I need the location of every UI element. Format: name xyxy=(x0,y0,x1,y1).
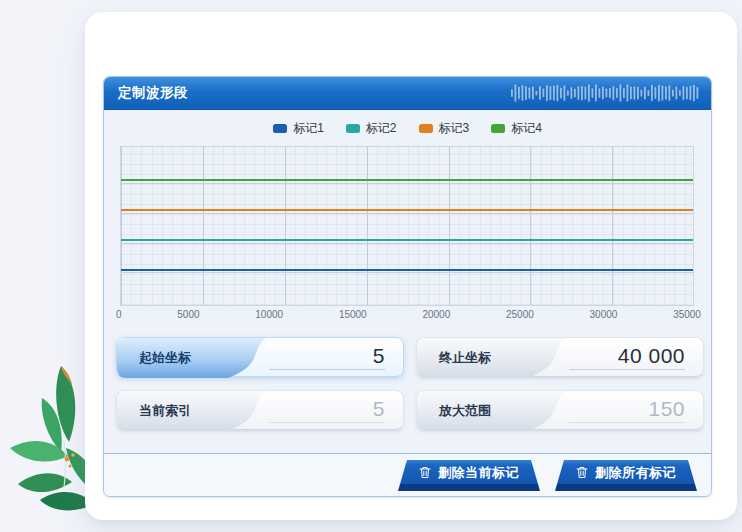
start-coordinate-field[interactable]: 起始坐标 5 xyxy=(116,337,404,377)
major-gridline xyxy=(121,243,693,244)
delete-all-marks-button[interactable]: 删除所有标记 xyxy=(555,460,697,491)
panel-header: 定制波形段 xyxy=(104,77,711,110)
legend-swatch-mark3 xyxy=(419,124,433,133)
parameter-fields: 起始坐标 5 终止坐标 40 000 xyxy=(116,337,696,430)
chart-plot-area[interactable] xyxy=(120,146,694,306)
chart-legend: 标记1 标记2 标记3 标记4 xyxy=(104,117,711,139)
major-gridline xyxy=(121,213,693,214)
legend-item-mark3[interactable]: 标记3 xyxy=(419,120,470,137)
delete-current-mark-button[interactable]: 删除当前标记 xyxy=(398,460,540,491)
zoom-range-field: 放大范围 150 xyxy=(416,390,704,430)
custom-waveform-panel: 定制波形段 标记1 标记2 标记3 标记4 xyxy=(103,76,712,497)
series-line-mark1 xyxy=(121,269,693,271)
series-line-mark2 xyxy=(121,239,693,241)
legend-swatch-mark2 xyxy=(346,124,360,133)
trash-icon xyxy=(419,466,431,479)
waveform-icon xyxy=(511,80,701,106)
major-gridline xyxy=(121,183,693,184)
start-coordinate-label: 起始坐标 xyxy=(117,338,269,376)
x-tick: 30000 xyxy=(590,309,618,320)
x-tick: 0 xyxy=(116,309,122,320)
legend-item-mark2[interactable]: 标记2 xyxy=(346,120,397,137)
x-tick: 20000 xyxy=(422,309,450,320)
x-tick: 15000 xyxy=(339,309,367,320)
series-line-mark3 xyxy=(121,209,693,211)
x-tick: 10000 xyxy=(255,309,283,320)
footer-toolbar: 删除当前标记 删除所有标记 xyxy=(104,454,711,497)
current-index-value: 5 xyxy=(269,391,403,429)
trash-icon xyxy=(576,466,588,479)
x-tick: 35000 xyxy=(673,309,701,320)
zoom-range-label: 放大范围 xyxy=(417,391,569,429)
end-coordinate-label: 终止坐标 xyxy=(417,338,569,376)
current-index-field: 当前索引 5 xyxy=(116,390,404,430)
series-line-mark4 xyxy=(121,179,693,181)
legend-item-mark4[interactable]: 标记4 xyxy=(491,120,542,137)
current-index-label: 当前索引 xyxy=(117,391,269,429)
zoom-range-value: 150 xyxy=(569,391,703,429)
start-coordinate-input[interactable]: 5 xyxy=(269,338,403,376)
app-card: 定制波形段 标记1 标记2 标记3 标记4 xyxy=(85,12,737,520)
x-tick: 25000 xyxy=(506,309,534,320)
end-coordinate-input[interactable]: 40 000 xyxy=(569,338,703,376)
major-gridline xyxy=(121,272,693,273)
panel-title: 定制波形段 xyxy=(118,84,188,102)
end-coordinate-field[interactable]: 终止坐标 40 000 xyxy=(416,337,704,377)
legend-swatch-mark1 xyxy=(273,124,287,133)
legend-swatch-mark4 xyxy=(491,124,505,133)
legend-item-mark1[interactable]: 标记1 xyxy=(273,120,324,137)
x-axis: 0 5000 10000 15000 20000 25000 30000 350… xyxy=(116,309,701,320)
x-tick: 5000 xyxy=(177,309,199,320)
